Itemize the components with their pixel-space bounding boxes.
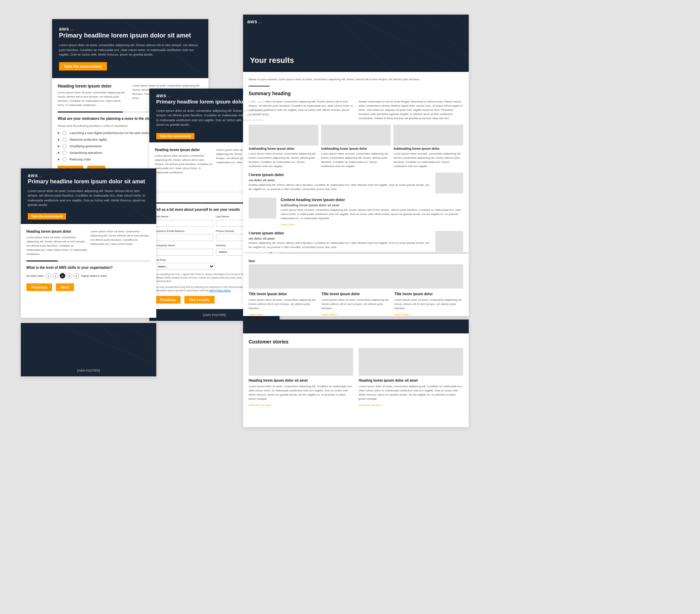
story-read-more-2[interactable]: Read the full story › [359,404,383,407]
subheading-img-2 [321,125,391,146]
results-card-2: Title lorem ipsum dolor Lorem ipsum dolo… [322,292,390,316]
see-results-btn[interactable]: See results [184,296,215,304]
hero-subtitle-1: Lorem ipsum dolor sit amet, consectetur … [59,43,201,57]
scale-circle-1[interactable]: 1 [46,273,51,279]
hero-title-1: Primary headline lorem ipsum dolor sit a… [59,32,201,40]
take-assessment-btn-1[interactable]: Take the assessment [59,62,107,70]
results-card-learn-3[interactable]: Learn more › [394,313,410,316]
story-2: Heading lorem ipsum dolor sit amet Lorem… [359,348,463,407]
subheading-card-2: Subheading lorem ipsum dolor Lorem ipsum… [321,125,391,168]
story-title-2: Heading lorem ipsum dolor sit amet [359,379,463,382]
firstname-input[interactable] [155,220,213,227]
results-intro: Based on your answers, lorem ipsum dolor… [249,77,463,82]
next-btn-2[interactable]: Next [56,283,74,291]
take-assessment-btn-3[interactable]: Take the assessment [28,213,66,219]
radio-circle-3[interactable] [62,144,67,148]
section-label: tion [249,259,463,263]
hero-subtitle-2: Lorem ipsum dolor sit amet, consectetur … [156,109,273,127]
content-subheading-1: um dolor sit amet [249,178,431,183]
results-card-title-1: Title lorem ipsum dolor [249,292,317,296]
svg-line-14 [56,323,156,365]
subheading-cards: Subheading lorem ipsum dolor Lorem ipsum… [249,125,463,168]
scale-label-right: Highly skilled in AWS [81,274,107,277]
results-placeholder-img [249,264,463,289]
panel4-nav: Previous Next [26,283,151,291]
content-heading-3: l lorem ipsum dolor [249,231,431,235]
progress-fill-1 [58,111,123,113]
summary-body-right: Nullam scelerisque in dui sit amet feugi… [359,100,463,121]
aws-logo: aws ◡ [59,26,201,32]
panel4-content: Heading lorem ipsum dolor Lorem ipsum do… [21,224,156,297]
story-title-1: Heading lorem ipsum dolor sit amet [249,379,353,382]
scale-container: No AWS skills 1 2 3 4 5 Highly skilled i… [26,273,151,279]
content-body-3: tectetur adipiscing elit. Donec ultrices… [249,241,431,249]
results-card-body-2: Lorem ipsum dolor sit amet, consectetur … [322,298,390,310]
hero-title-3: Primary headline lorem ipsum dolor sit a… [28,178,149,185]
panel4-body: Lorem ipsum dolor sit amet, consectetur … [26,235,87,256]
footer-label: [AWS FOOTER] [203,313,226,317]
question-text-2: What is the level of AWS skills in your … [26,266,151,269]
scale-circle-5[interactable]: 5 [74,273,79,279]
summary-heading: Summary heading [249,91,463,96]
panel2-body: Lorem ipsum dolor sit amet, consectetur … [155,154,213,175]
panel-customer-stories: Customer stories Heading lorem ipsum dol… [243,320,469,427]
company-input[interactable] [155,249,213,256]
radio-circle-5[interactable] [62,157,67,161]
progress-fill-3 [26,260,58,262]
form-group-email: Business Email Address [155,230,213,241]
scale-circles: 1 2 3 4 5 [46,273,79,279]
footer-bottom-links: Privacy | Site Terms | Cookie Preference… [21,376,156,377]
content-img-2 [249,198,276,218]
content-text-1: l lorem ipsum dolor um dolor sit amet te… [249,173,431,191]
panel1-heading: Heading lorem ipsum dolor [58,84,128,89]
results-card-1: Title lorem ipsum dolor Lorem ipsum dolo… [249,292,317,316]
svg-line-15 [90,323,156,354]
option-label-1: Launching a new digital product/service … [69,131,160,135]
story-img-2 [359,348,463,376]
results-card-learn-1[interactable]: Learn more › [249,313,265,316]
bottom-footer-label: [AWS FOOTER] [21,365,156,376]
option-label-3: Simplifying governance [69,144,102,148]
subheading-body-2: Lorem ipsum dolor sit amet, consectetur … [321,152,391,168]
divider-1 [249,86,269,86]
content-heading-1: l lorem ipsum dolor [249,173,431,177]
radio-circle-1[interactable] [62,131,67,135]
aws-logo-3: aws ◡ [28,173,149,178]
svg-line-10 [312,15,469,72]
take-assessment-btn-2[interactable]: Take the assessment [156,133,194,139]
results-title: Your results [250,56,294,65]
scale-circle-2[interactable]: 2 [53,273,58,279]
content-body-2: Lorem ipsum dolor sit amet, consectetur … [281,208,463,221]
story-body-2: Lorem ipsum dolor sit amet, consectetur … [359,384,463,401]
radio-circle-2[interactable] [62,138,67,142]
aws-logo-smile: ◡ [70,27,74,31]
stories-heading: Customer stories [249,339,463,345]
previous-btn-form[interactable]: Previous [155,296,181,304]
scale-circle-4[interactable]: 4 [67,273,72,279]
svg-line-16 [118,323,156,340]
story-body-1: Lorem ipsum dolor sit amet, consectetur … [249,384,353,401]
company-label: Company Name [155,244,213,247]
jobrole-select[interactable]: Select... [155,263,215,270]
radio-circle-4[interactable] [62,151,67,155]
subheading-title-2: Subheading lorem ipsum dolor [321,147,391,150]
content-body-1: tectetur adipiscing elit. Donec ultrices… [249,183,431,191]
scale-circle-3[interactable]: 3 [60,273,65,279]
stories-content: Customer stories Heading lorem ipsum dol… [243,333,469,413]
panel-results: aws ◡ Your results [243,15,469,72]
email-input[interactable] [155,234,213,241]
results-card-learn-2[interactable]: Learn more › [322,313,338,316]
aws-logo-results: aws ◡ [247,19,262,24]
svg-line-8 [382,15,469,56]
story-read-more-1[interactable]: Read the full story › [249,404,273,407]
panel1-body: Lorem ipsum dolor sit amet, consectetur … [58,91,128,107]
panel2-heading: Heading lorem ipsum dolor [155,148,213,152]
subheading-img-3 [393,125,463,146]
previous-btn-2[interactable]: Previous [26,283,52,291]
learn-more-2[interactable]: Learn more › [281,223,297,226]
subheading-body-3: Lorem ipsum dolor sit amet, consectetur … [393,152,463,168]
progress-bar-3 [26,260,151,262]
privacy-link[interactable]: AWS Privacy Notice [209,289,231,292]
panel-bottom-footer: [AWS FOOTER] Privacy | Site Terms | Cook… [21,323,156,377]
email-label: Business Email Address [155,230,213,233]
